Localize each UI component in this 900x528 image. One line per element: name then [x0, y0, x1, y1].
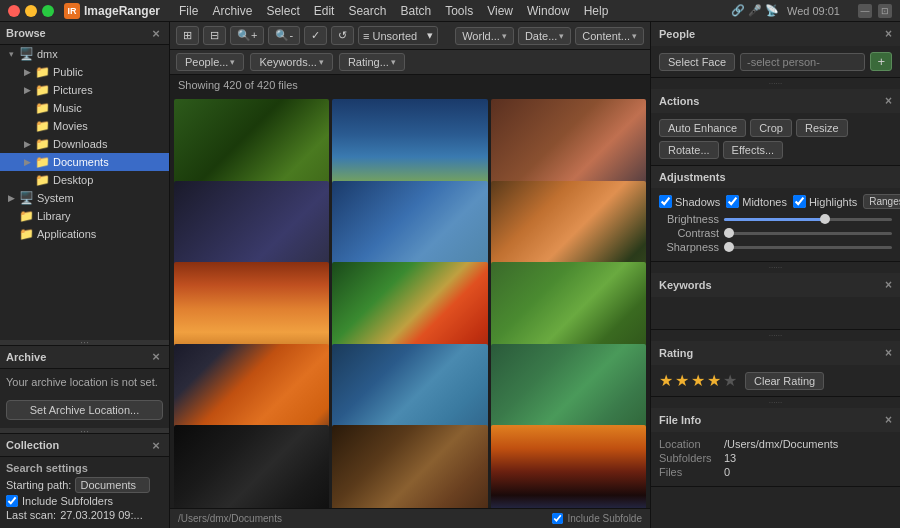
tree-item-music[interactable]: ▶ 📁 Music [0, 99, 169, 117]
highlights-checkbox-group: Highlights [793, 195, 857, 208]
check-icon: ✓ [311, 29, 320, 42]
brightness-track[interactable] [724, 218, 892, 221]
rating-section: ······ Rating × ★ ★ ★ ★ ★ Clear Rating [651, 330, 900, 397]
maximize-button[interactable] [42, 5, 54, 17]
clear-rating-button[interactable]: Clear Rating [745, 372, 824, 390]
check-button[interactable]: ✓ [304, 26, 327, 45]
star-5[interactable]: ★ [723, 371, 737, 390]
content-filter-button[interactable]: Content... ▾ [575, 27, 644, 45]
midtones-checkbox[interactable] [726, 195, 739, 208]
menu-archive[interactable]: Archive [205, 0, 259, 22]
shadows-label: Shadows [675, 196, 720, 208]
tree-item-downloads[interactable]: ▶ 📁 Downloads [0, 135, 169, 153]
starting-path-input[interactable] [75, 477, 150, 493]
star-4[interactable]: ★ [707, 371, 721, 390]
last-scan-label: Last scan: [6, 509, 56, 521]
traffic-lights [8, 5, 54, 17]
sharpness-thumb[interactable] [724, 242, 734, 252]
tree-label-music: Music [53, 102, 82, 114]
fileinfo-drag-handle[interactable]: ······ [651, 397, 900, 408]
zoom-in-button[interactable]: 🔍+ [230, 26, 264, 45]
menu-help[interactable]: Help [577, 0, 616, 22]
zoom-out-button[interactable]: 🔍- [268, 26, 300, 45]
tree-item-applications[interactable]: ▶ 📁 Applications [0, 225, 169, 243]
contrast-thumb[interactable] [724, 228, 734, 238]
tree-item-library[interactable]: ▶ 📁 Library [0, 207, 169, 225]
statusbar: /Users/dmx/Documents Include Subfolde [170, 508, 650, 528]
ranges-button[interactable]: Ranges [863, 194, 900, 209]
menu-window[interactable]: Window [520, 0, 577, 22]
view-grid-button[interactable]: ⊞ [176, 26, 199, 45]
thumbnail-14[interactable] [332, 425, 487, 508]
tree-item-pictures[interactable]: ▶ 📁 Pictures [0, 81, 169, 99]
menu-select[interactable]: Select [259, 0, 306, 22]
people-filter-tag[interactable]: People... ▾ [176, 53, 244, 71]
date-filter-button[interactable]: Date... ▾ [518, 27, 571, 45]
brightness-thumb[interactable] [820, 214, 830, 224]
menu-batch[interactable]: Batch [393, 0, 438, 22]
select-face-button[interactable]: Select Face [659, 53, 735, 71]
sort-dropdown[interactable]: ≡ Unsorted ▾ [358, 26, 438, 45]
minimize-button[interactable] [25, 5, 37, 17]
date-chevron-icon: ▾ [559, 31, 564, 41]
menu-tools[interactable]: Tools [438, 0, 480, 22]
fileinfo-content: Location /Users/dmx/Documents Subfolders… [651, 432, 900, 486]
win-minimize[interactable]: — [858, 4, 872, 18]
collection-close-button[interactable]: × [149, 438, 163, 452]
fileinfo-files-row: Files 0 [659, 466, 892, 478]
browse-close-button[interactable]: × [149, 26, 163, 40]
fileinfo-section-close[interactable]: × [885, 413, 892, 427]
tree-item-system[interactable]: ▶ 🖥️ System [0, 189, 169, 207]
statusbar-subfolder-checkbox[interactable] [552, 513, 563, 524]
tree-arrow-dmx: ▾ [6, 49, 16, 59]
crop-button[interactable]: Crop [750, 119, 792, 137]
rating-filter-tag[interactable]: Rating... ▾ [339, 53, 405, 71]
keywords-chevron-icon: ▾ [319, 57, 324, 67]
tree-item-documents[interactable]: ▶ 📁 Documents [0, 153, 169, 171]
tree-item-desktop[interactable]: ▶ 📁 Desktop [0, 171, 169, 189]
rating-chevron-icon: ▾ [391, 57, 396, 67]
refresh-button[interactable]: ↺ [331, 26, 354, 45]
rotate-button[interactable]: Rotate... [659, 141, 719, 159]
archive-close-button[interactable]: × [149, 350, 163, 364]
keywords-content [651, 297, 900, 329]
menu-file[interactable]: File [172, 0, 205, 22]
shadows-checkbox[interactable] [659, 195, 672, 208]
keywords-section-close[interactable]: × [885, 278, 892, 292]
keywords-drag-handle[interactable]: ······ [651, 262, 900, 273]
effects-button[interactable]: Effects... [723, 141, 784, 159]
contrast-track[interactable] [724, 232, 892, 235]
actions-section-close[interactable]: × [885, 94, 892, 108]
thumbnail-13[interactable] [174, 425, 329, 508]
star-3[interactable]: ★ [691, 371, 705, 390]
person-dropdown[interactable]: -select person- [740, 53, 865, 71]
sharpness-track[interactable] [724, 246, 892, 249]
auto-enhance-button[interactable]: Auto Enhance [659, 119, 746, 137]
grid-icon: ⊞ [183, 29, 192, 42]
thumbnail-15[interactable] [491, 425, 646, 508]
star-2[interactable]: ★ [675, 371, 689, 390]
actions-drag-handle[interactable]: ······ [651, 78, 900, 89]
menu-view[interactable]: View [480, 0, 520, 22]
keywords-filter-tag[interactable]: Keywords... ▾ [250, 53, 332, 71]
win-fullscreen[interactable]: ⊡ [878, 4, 892, 18]
rating-drag-handle[interactable]: ······ [651, 330, 900, 341]
people-section-close[interactable]: × [885, 27, 892, 41]
add-person-button[interactable]: + [870, 52, 892, 71]
highlights-checkbox[interactable] [793, 195, 806, 208]
star-1[interactable]: ★ [659, 371, 673, 390]
menu-search[interactable]: Search [341, 0, 393, 22]
tree-item-movies[interactable]: ▶ 📁 Movies [0, 117, 169, 135]
close-button[interactable] [8, 5, 20, 17]
include-subfolders-checkbox[interactable] [6, 495, 18, 507]
tree-item-dmx[interactable]: ▾ 🖥️ dmx [0, 45, 169, 63]
menu-edit[interactable]: Edit [307, 0, 342, 22]
view-list-button[interactable]: ⊟ [203, 26, 226, 45]
rating-section-close[interactable]: × [885, 346, 892, 360]
world-filter-button[interactable]: World... ▾ [455, 27, 514, 45]
resize-button[interactable]: Resize [796, 119, 848, 137]
set-archive-location-button[interactable]: Set Archive Location... [6, 400, 163, 420]
tree-icon-dmx: 🖥️ [19, 47, 34, 61]
browse-tree[interactable]: ▾ 🖥️ dmx ▶ 📁 Public ▶ 📁 Pictures ▶ 📁 Mus… [0, 45, 169, 340]
tree-item-public[interactable]: ▶ 📁 Public [0, 63, 169, 81]
